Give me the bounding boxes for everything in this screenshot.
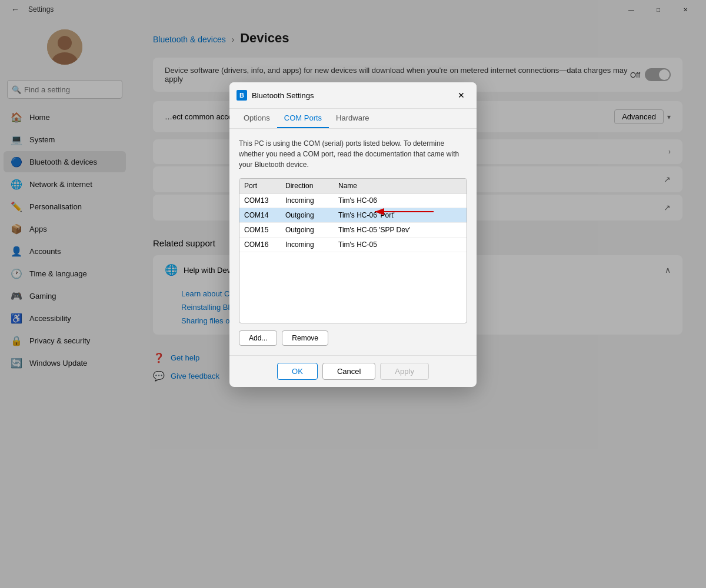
com16-direction: Incoming	[281, 238, 334, 252]
com14-name: Tim's HC-06 'Port'	[334, 208, 467, 222]
arrow-svg	[369, 206, 439, 218]
modal-tabs: Options COM Ports Hardware	[229, 109, 477, 129]
modal-titlebar: B Bluetooth Settings ✕	[229, 82, 477, 109]
modal-title: Bluetooth Settings	[252, 91, 314, 100]
com14-port: COM14	[239, 208, 281, 222]
com13-direction: Incoming	[281, 193, 334, 208]
com15-name: Tim's HC-05 'SPP Dev'	[334, 223, 467, 237]
col-name-header: Name	[334, 179, 467, 193]
modal-footer-actions: Add... Remove	[239, 330, 467, 346]
bluetooth-modal-icon: B	[237, 90, 247, 101]
col-direction-header: Direction	[281, 179, 334, 193]
modal-ok-cancel: OK Cancel Apply	[229, 355, 477, 387]
com16-name: Tim's HC-05	[334, 238, 467, 252]
com14-direction: Outgoing	[281, 208, 334, 222]
com-ports-table: Port Direction Name COM13 Incoming Tim's…	[239, 178, 467, 323]
com-table-row-com15[interactable]: COM15 Outgoing Tim's HC-05 'SPP Dev'	[239, 223, 467, 238]
apply-button[interactable]: Apply	[380, 363, 429, 380]
tab-options[interactable]: Options	[237, 109, 277, 128]
bluetooth-settings-modal: B Bluetooth Settings ✕ Options COM Ports…	[229, 82, 477, 387]
com15-direction: Outgoing	[281, 223, 334, 237]
tab-com-ports[interactable]: COM Ports	[277, 109, 329, 128]
modal-title-left: B Bluetooth Settings	[237, 90, 314, 101]
table-empty-space	[239, 252, 467, 323]
com-table-header: Port Direction Name	[239, 179, 467, 193]
modal-close-button[interactable]: ✕	[453, 87, 469, 103]
col-port-header: Port	[239, 179, 281, 193]
com-table-row-com14[interactable]: COM14 Outgoing Tim's HC-06 'Port'	[239, 208, 467, 223]
com13-port: COM13	[239, 193, 281, 208]
modal-description: This PC is using the COM (serial) ports …	[239, 138, 467, 170]
cancel-button[interactable]: Cancel	[322, 363, 375, 380]
com-table-area: Port Direction Name COM13 Incoming Tim's…	[239, 178, 467, 346]
com-table-row-com16[interactable]: COM16 Incoming Tim's HC-05	[239, 238, 467, 252]
com15-port: COM15	[239, 223, 281, 237]
remove-button[interactable]: Remove	[282, 330, 328, 346]
com16-port: COM16	[239, 238, 281, 252]
tab-hardware[interactable]: Hardware	[329, 109, 376, 128]
modal-overlay: B Bluetooth Settings ✕ Options COM Ports…	[0, 0, 706, 588]
add-button[interactable]: Add...	[239, 330, 277, 346]
ok-button[interactable]: OK	[277, 363, 318, 380]
modal-body: This PC is using the COM (serial) ports …	[229, 129, 477, 355]
